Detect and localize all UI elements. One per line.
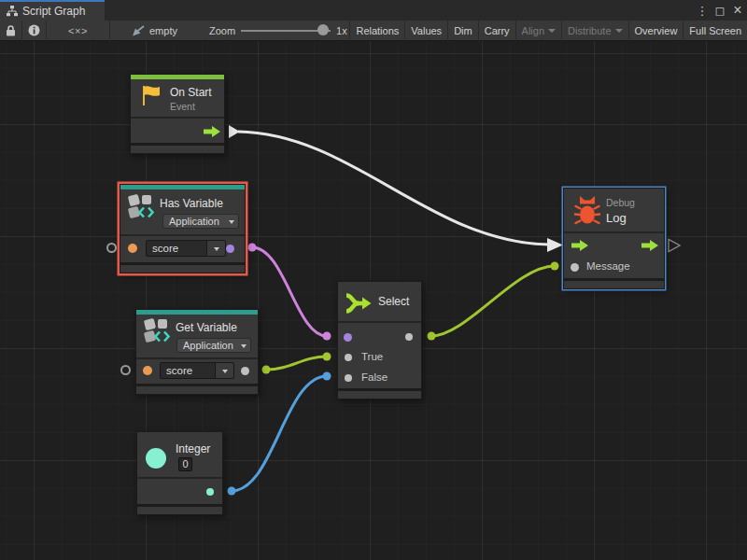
tab-bar: Script Graph ⋮ ◻ × <box>0 0 747 21</box>
script-graph-window: Script Graph ⋮ ◻ × <×> <box>0 0 747 560</box>
node-subtitle: Event <box>170 101 195 112</box>
zoom-slider[interactable] <box>241 30 331 32</box>
true-input-port[interactable] <box>345 354 352 361</box>
node-title: Integer <box>176 442 210 455</box>
node-title: Log <box>606 211 627 225</box>
message-label: Message <box>586 260 630 272</box>
zoom-label: Zoom <box>209 25 235 36</box>
node-get-variable[interactable]: Get Variable Application score <box>135 309 259 395</box>
socket-button[interactable]: <×> <box>47 21 110 41</box>
integer-output-port[interactable] <box>206 488 214 496</box>
overview-button[interactable]: Overview <box>629 21 684 41</box>
true-label: True <box>361 351 383 362</box>
integer-icon <box>146 448 166 469</box>
carry-button[interactable]: Carry <box>479 21 516 41</box>
node-has-variable[interactable]: Has Variable Application score <box>120 184 246 273</box>
wire-select-to-log[interactable] <box>431 266 555 336</box>
selection-output-port[interactable] <box>405 333 413 341</box>
flow-input-port[interactable] <box>571 240 588 251</box>
bool-output-port[interactable] <box>226 245 234 253</box>
variable-name-port[interactable] <box>128 244 137 253</box>
node-surtitle: Debug <box>606 197 635 208</box>
graph-icon <box>7 6 18 17</box>
node-title: Select <box>378 295 409 308</box>
flow-output-port[interactable] <box>204 126 220 137</box>
node-integer[interactable]: Integer 0 <box>136 431 223 515</box>
toolbar: <×> empty Zoom 1x Relations Values Dim C… <box>0 21 747 41</box>
flag-icon <box>139 83 163 107</box>
tab-script-graph[interactable]: Script Graph <box>0 0 105 21</box>
align-button[interactable]: Align <box>516 21 562 41</box>
unconnected-input-port[interactable] <box>106 243 117 253</box>
wire-start-arrow <box>229 125 240 138</box>
variable-name-field[interactable]: score <box>160 362 234 379</box>
graph-pointer-icon <box>131 24 146 37</box>
variable-icon <box>129 194 155 220</box>
close-icon[interactable]: × <box>731 2 744 19</box>
bug-icon <box>574 196 600 225</box>
node-on-start[interactable]: On Start Event <box>130 74 225 154</box>
message-input-port[interactable] <box>571 263 579 272</box>
selector-input-port[interactable] <box>344 333 352 342</box>
false-input-port[interactable] <box>345 374 352 382</box>
variable-dropdown-button[interactable] <box>206 241 225 256</box>
values-button[interactable]: Values <box>405 21 448 41</box>
info-button[interactable] <box>22 21 47 41</box>
wire-getvariable-to-select[interactable] <box>266 357 327 370</box>
node-title: On Start <box>170 86 212 99</box>
wire-end-arrow <box>547 238 563 252</box>
dim-button[interactable]: Dim <box>448 21 479 41</box>
node-debug-log[interactable]: Debug Log Message <box>563 188 665 289</box>
variable-name-field[interactable]: score <box>146 240 226 257</box>
distribute-button[interactable]: Distribute <box>562 21 628 41</box>
wire-hasvariable-to-select[interactable] <box>252 247 327 336</box>
info-icon <box>28 24 40 36</box>
scope-dropdown[interactable]: Application <box>176 338 251 353</box>
tab-title: Script Graph <box>22 5 85 18</box>
fullscreen-button[interactable]: Full Screen <box>684 21 747 41</box>
flow-output-port[interactable] <box>641 240 658 251</box>
carry-arrow-outline <box>669 240 680 252</box>
node-select[interactable]: Select True False <box>337 281 422 399</box>
zoom-value: 1x <box>336 25 347 36</box>
lock-button[interactable] <box>0 21 22 41</box>
socket-label: <×> <box>68 25 88 36</box>
value-output-port[interactable] <box>241 367 249 375</box>
integer-value-field[interactable]: 0 <box>178 457 192 471</box>
wire-onstart-to-log[interactable] <box>238 132 549 245</box>
lock-icon <box>6 25 16 36</box>
node-title: Get Variable <box>176 321 237 334</box>
false-label: False <box>361 371 388 383</box>
unconnected-input-port[interactable] <box>120 365 131 375</box>
select-icon <box>345 293 372 314</box>
relations-button[interactable]: Relations <box>349 21 405 41</box>
menu-icon[interactable]: ⋮ <box>696 4 709 18</box>
graph-pointer-label: empty <box>149 25 177 36</box>
maximize-icon[interactable]: ◻ <box>713 4 726 18</box>
zoom-slider-knob[interactable] <box>317 24 329 35</box>
variable-dropdown-button[interactable] <box>215 363 233 378</box>
variable-name-port[interactable] <box>143 366 152 375</box>
graph-canvas[interactable]: On Start Event Has Variable Appl <box>0 41 747 560</box>
node-title: Has Variable <box>160 197 223 210</box>
variable-icon <box>145 318 171 344</box>
scope-dropdown[interactable]: Application <box>162 214 239 229</box>
